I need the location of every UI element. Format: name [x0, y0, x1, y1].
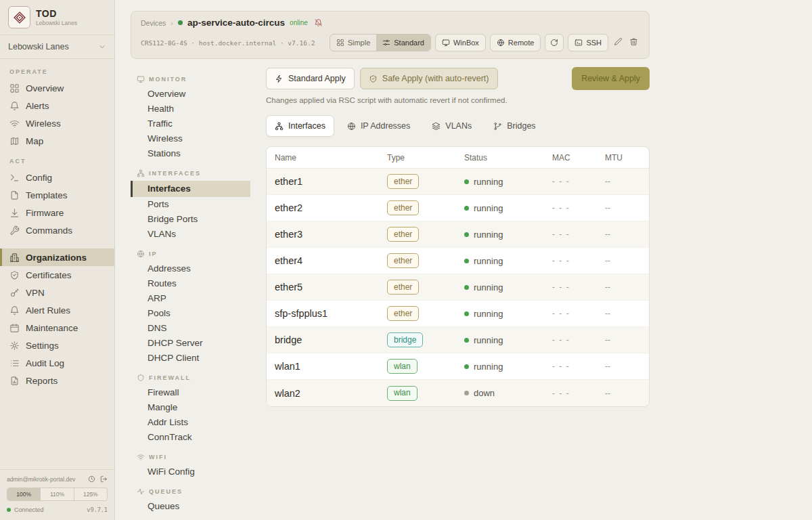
table-row[interactable]: wlan2 wlan down - - - --	[267, 380, 649, 406]
device-nav-item[interactable]: Queues	[131, 499, 266, 514]
review-apply-button[interactable]: Review & Apply	[572, 67, 650, 90]
device-nav-item[interactable]: Addresses	[131, 261, 266, 276]
zoom-option[interactable]: 125%	[74, 488, 107, 500]
tab[interactable]: VLANs	[423, 115, 480, 137]
device-header-card: Devices › ap-service-auto-circus online …	[131, 11, 650, 59]
sidebar-item[interactable]: Alerts	[0, 97, 114, 114]
sidebar-item-label: Audit Log	[26, 358, 64, 368]
table-row[interactable]: bridge bridge running - - - --	[267, 327, 649, 353]
sidebar-item[interactable]: Overview	[0, 79, 114, 97]
remote-button[interactable]: Remote	[490, 34, 541, 51]
device-nav-item[interactable]: Interfaces	[131, 181, 250, 197]
standard-apply-button[interactable]: Standard Apply	[266, 68, 355, 89]
tab[interactable]: Bridges	[484, 115, 544, 137]
sidebar-item-label: Firmware	[26, 208, 64, 218]
table-row[interactable]: ether2 ether running - - - --	[267, 195, 649, 221]
status-label: running	[474, 203, 503, 213]
app-nav: OPERATE Overview Alerts	[0, 59, 114, 469]
sidebar-item-label: Wireless	[26, 118, 61, 129]
device-nav-item[interactable]: ARP	[131, 291, 266, 306]
sidebar-item[interactable]: Organizations	[0, 248, 114, 266]
zoom-option[interactable]: 100%	[7, 488, 41, 500]
building-icon	[9, 253, 20, 263]
download-icon	[9, 208, 20, 218]
cell-type: ether	[387, 253, 464, 268]
device-nav-item[interactable]: Stations	[131, 146, 266, 161]
table-row[interactable]: ether1 ether running - - - --	[267, 169, 649, 195]
cell-status: down	[464, 388, 552, 398]
clock-icon[interactable]	[88, 475, 95, 483]
bell-icon	[9, 101, 20, 111]
cell-mtu: --	[605, 309, 649, 318]
sidebar-item[interactable]: Alert Rules	[0, 301, 114, 319]
ssh-label: SSH	[586, 39, 602, 47]
device-nav-item[interactable]: Routes	[131, 276, 266, 291]
sidebar-item[interactable]: VPN	[0, 284, 114, 301]
edit-button[interactable]	[612, 35, 624, 51]
device-nav-item[interactable]: WiFi Config	[131, 464, 266, 479]
sidebar-item[interactable]: Templates	[0, 186, 114, 204]
terminal-icon	[574, 39, 583, 47]
sidebar-item[interactable]: Firmware	[0, 204, 114, 221]
brand-header[interactable]: TOD Lebowski Lanes	[0, 0, 114, 35]
device-nav-section: INTERFACES Interfaces Ports Bridge Ports…	[131, 161, 266, 242]
device-nav-item[interactable]: DNS	[131, 321, 266, 336]
sidebar-item[interactable]: Wireless	[0, 114, 114, 132]
org-selector[interactable]: Lebowski Lanes	[0, 35, 114, 59]
sidebar-item-label: Settings	[26, 341, 59, 351]
table-row[interactable]: sfp-sfpplus1 ether running - - - --	[267, 301, 649, 327]
logout-icon[interactable]	[100, 475, 108, 483]
device-nav-item[interactable]: Traffic	[131, 116, 266, 131]
sidebar-item[interactable]: Certificates	[0, 266, 114, 284]
user-email: admin@mikrotik-portal.dev	[7, 476, 83, 483]
globe-icon	[137, 250, 145, 258]
device-nav-item[interactable]: Mangle	[131, 400, 266, 415]
cell-mac: - - -	[552, 282, 605, 292]
sidebar-item[interactable]: Settings	[0, 337, 114, 354]
mode-simple-button[interactable]: Simple	[330, 35, 377, 51]
device-nav-item[interactable]: Ports	[131, 197, 266, 212]
table-row[interactable]: ether5 ether running - - - --	[267, 274, 649, 301]
safe-apply-button[interactable]: Safe Apply (with auto-revert)	[360, 68, 498, 89]
device-nav-item[interactable]: Health	[131, 102, 266, 116]
bell-slash-icon[interactable]	[314, 18, 323, 27]
device-nav-item[interactable]: Overview	[131, 87, 266, 102]
sidebar-item[interactable]: Map	[0, 132, 114, 150]
sidebar-item[interactable]: Reports	[0, 372, 114, 389]
device-nav-item[interactable]: Addr Lists	[131, 415, 266, 430]
device-nav-item[interactable]: Wireless	[131, 131, 266, 146]
status-label: running	[474, 309, 503, 319]
device-nav-item[interactable]: VLANs	[131, 227, 266, 242]
mode-standard-button[interactable]: Standard	[376, 35, 430, 51]
delete-button[interactable]	[628, 35, 639, 51]
refresh-button[interactable]	[545, 34, 564, 51]
table-row[interactable]: ether3 ether running - - - --	[267, 221, 649, 248]
tab[interactable]: Interfaces	[266, 115, 334, 137]
device-nav-item[interactable]: Firewall	[131, 385, 266, 400]
tab[interactable]: IP Addresses	[338, 115, 419, 137]
type-badge: ether	[387, 306, 419, 321]
winbox-button[interactable]: WinBox	[435, 34, 486, 51]
device-nav-item[interactable]: Bridge Ports	[131, 212, 266, 227]
column-header: MAC	[552, 153, 605, 162]
table-row[interactable]: wlan1 wlan running - - - --	[267, 353, 649, 380]
cell-mac: - - -	[552, 362, 605, 371]
type-badge: wlan	[387, 386, 418, 401]
cell-mtu: --	[605, 230, 649, 239]
nav-section: OPERATE Overview Alerts	[0, 60, 114, 150]
sidebar-item[interactable]: Audit Log	[0, 354, 114, 372]
device-nav-item[interactable]: DHCP Client	[131, 351, 266, 366]
breadcrumb-devices[interactable]: Devices	[141, 19, 166, 27]
ssh-button[interactable]: SSH	[568, 34, 608, 51]
device-nav-item[interactable]: DHCP Server	[131, 336, 266, 351]
zoom-option[interactable]: 110%	[41, 488, 74, 500]
device-nav-item[interactable]: ConnTrack	[131, 430, 266, 445]
column-header: MTU	[605, 153, 649, 162]
table-row[interactable]: ether4 ether running - - - --	[267, 248, 649, 274]
sidebar-item[interactable]: Config	[0, 169, 114, 186]
sidebar-item[interactable]: Maintenance	[0, 319, 114, 337]
device-nav-item[interactable]: Pools	[131, 306, 266, 321]
sidebar-item-label: Alerts	[26, 101, 49, 111]
mode-standard-label: Standard	[394, 39, 424, 47]
sidebar-item[interactable]: Commands	[0, 221, 114, 239]
